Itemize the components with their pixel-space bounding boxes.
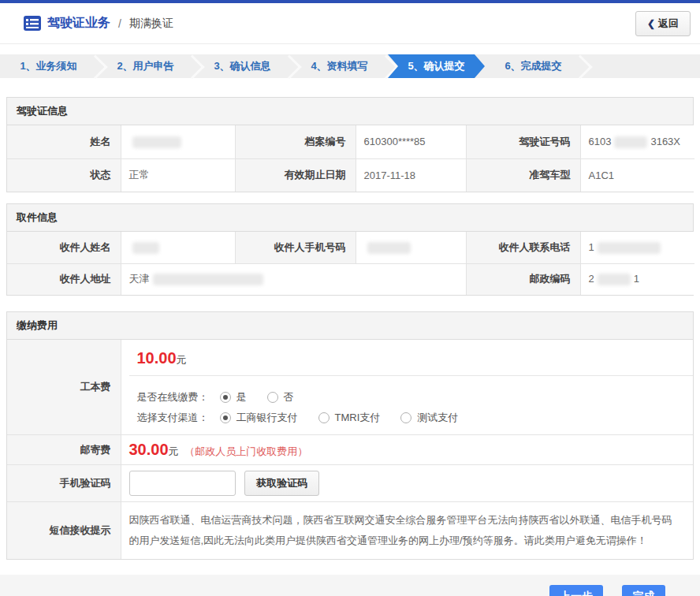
table-row: 姓名 档案编号 610300****85 驾驶证号码 61033163X <box>7 125 694 158</box>
redacted-text <box>598 242 661 254</box>
online-pay-label: 是否在线缴费： <box>137 390 209 404</box>
sms-code-input[interactable] <box>129 471 236 496</box>
sms-notice-text: 因陕西省联通、电信运营商技术问题，陕西省互联网交通安全综合服务管理平台无法向持陕… <box>121 502 693 560</box>
step-3-confirm-info[interactable]: 3、确认信息 <box>194 54 291 78</box>
step-1-business-notice[interactable]: 1、业务须知 <box>0 54 97 78</box>
online-pay-no-radio[interactable]: 否 <box>267 390 294 404</box>
channel-label: 选择支付渠道： <box>137 411 209 425</box>
fees-table: 工本费 10.00元 是否在线缴费： 是 否 选择支付渠道： 工商银行支付 <box>7 340 693 559</box>
back-button-label: 返回 <box>658 17 679 29</box>
back-button[interactable]: ❮返回 <box>635 11 691 36</box>
table-row: 状态 正常 有效期止日期 2017-11-18 准驾车型 A1C1 <box>7 158 694 192</box>
vehicle-class-value: A1C1 <box>580 158 694 192</box>
channel-tmri-radio[interactable]: TMRI支付 <box>318 411 381 425</box>
previous-step-button[interactable]: 上一步 <box>549 585 603 596</box>
channel-icbc-radio[interactable]: 工商银行支付 <box>220 411 298 425</box>
fees-section: 缴纳费用 工本费 10.00元 是否在线缴费： 是 否 <box>6 311 694 560</box>
card-fee-label: 工本费 <box>7 340 121 435</box>
fees-section-title: 缴纳费用 <box>7 312 693 340</box>
status-value: 正常 <box>121 158 235 192</box>
step-2-user-declaration[interactable]: 2、用户申告 <box>97 54 194 78</box>
valid-until-label: 有效期止日期 <box>235 158 356 192</box>
online-pay-yes-radio[interactable]: 是 <box>220 390 247 404</box>
license-no-value: 61033163X <box>580 125 694 158</box>
file-no-value: 610300****85 <box>356 125 466 158</box>
postage-note: （邮政人员上门收取费用） <box>184 445 307 457</box>
step-bar-filler <box>582 54 700 78</box>
recipient-address-value: 天津 <box>121 263 466 295</box>
postage-unit: 元 <box>169 445 179 457</box>
table-row: 收件人地址 天津 邮政编码 21 <box>7 263 694 295</box>
postage-row: 邮寄费 30.00元 （邮政人员上门收取费用） <box>7 435 693 465</box>
card-fee-amount-line: 10.00元 <box>129 340 694 375</box>
card-fee-unit: 元 <box>177 354 187 366</box>
pickup-info-section: 取件信息 收件人姓名 收件人手机号码 收件人联系电话 1 收件人地址 天津 邮政… <box>6 203 694 296</box>
postage-value: 30.00元 （邮政人员上门收取费用） <box>121 435 693 465</box>
redacted-text <box>153 274 263 285</box>
pickup-info-table: 收件人姓名 收件人手机号码 收件人联系电话 1 收件人地址 天津 邮政编码 21 <box>7 232 694 295</box>
get-code-button[interactable]: 获取验证码 <box>244 471 319 496</box>
channel-line: 选择支付渠道： 工商银行支付 TMRI支付 测试支付 <box>137 411 686 425</box>
recipient-name-label: 收件人姓名 <box>7 232 121 263</box>
radio-selected-icon[interactable] <box>220 392 231 403</box>
recipient-phone-value: 1 <box>580 232 694 263</box>
status-label: 状态 <box>7 158 121 192</box>
recipient-phone-label: 收件人联系电话 <box>466 232 580 263</box>
sms-code-value: 获取验证码 <box>121 465 693 502</box>
postage-amount: 30.00 <box>129 441 169 458</box>
recipient-mobile-label: 收件人手机号码 <box>235 232 356 263</box>
redacted-text <box>132 242 159 254</box>
breadcrumb: 驾驶证业务 / 期满换证 <box>24 15 173 32</box>
card-fee-value: 10.00元 是否在线缴费： 是 否 选择支付渠道： 工商银行支付 TMRI支付 <box>121 340 693 435</box>
breadcrumb-separator: / <box>118 17 121 30</box>
file-no-label: 档案编号 <box>235 125 356 158</box>
channel-test-radio[interactable]: 测试支付 <box>400 411 458 425</box>
vehicle-class-label: 准驾车型 <box>466 158 580 192</box>
page-title: 驾驶证业务 <box>47 15 110 32</box>
license-section-title: 驾驶证信息 <box>7 98 693 125</box>
radio-unselected-icon[interactable] <box>400 412 411 423</box>
valid-until-value: 2017-11-18 <box>356 158 466 192</box>
redacted-text <box>614 136 647 148</box>
sms-code-row: 手机验证码 获取验证码 <box>7 465 693 502</box>
name-label: 姓名 <box>7 125 121 158</box>
chevron-left-icon: ❮ <box>647 18 655 29</box>
postal-code-label: 邮政编码 <box>466 263 580 295</box>
table-row: 收件人姓名 收件人手机号码 收件人联系电话 1 <box>7 232 694 263</box>
list-icon <box>24 16 41 31</box>
footer-action-bar: 上一步 完成 <box>0 575 700 596</box>
sms-code-label: 手机验证码 <box>7 465 121 502</box>
redacted-text <box>367 242 411 254</box>
sms-notice-row: 短信接收提示 因陕西省联通、电信运营商技术问题，陕西省互联网交通安全综合服务管理… <box>7 502 693 560</box>
recipient-name-value <box>121 232 235 263</box>
pickup-section-title: 取件信息 <box>7 204 693 232</box>
license-info-table: 姓名 档案编号 610300****85 驾驶证号码 61033163X 状态 … <box>7 125 694 192</box>
radio-selected-icon[interactable] <box>220 412 231 423</box>
step-5-confirm-submit[interactable]: 5、确认提交 <box>388 54 485 78</box>
card-fee-amount: 10.00 <box>137 349 177 367</box>
online-pay-line: 是否在线缴费： 是 否 <box>137 390 686 404</box>
recipient-address-label: 收件人地址 <box>7 263 121 295</box>
radio-unselected-icon[interactable] <box>318 412 330 423</box>
step-4-fill-data[interactable]: 4、资料填写 <box>291 54 388 78</box>
page-header: 驾驶证业务 / 期满换证 ❮返回 <box>0 3 700 44</box>
page-subtitle: 期满换证 <box>129 17 173 31</box>
recipient-mobile-value <box>356 232 466 263</box>
license-no-label: 驾驶证号码 <box>466 125 580 158</box>
card-fee-row: 工本费 10.00元 是否在线缴费： 是 否 选择支付渠道： 工商银行支付 <box>7 340 693 435</box>
postage-label: 邮寄费 <box>7 435 121 465</box>
postal-code-value: 21 <box>580 263 694 295</box>
page: 驾驶证业务 / 期满换证 ❮返回 1、业务须知 2、用户申告 3、确认信息 4、… <box>0 0 700 596</box>
redacted-text <box>132 136 181 148</box>
step-6-complete-submit[interactable]: 6、完成提交 <box>485 54 582 78</box>
payment-options: 是否在线缴费： 是 否 选择支付渠道： 工商银行支付 TMRI支付 测试支付 <box>129 375 694 434</box>
name-value <box>121 125 235 158</box>
step-breadcrumb: 1、业务须知 2、用户申告 3、确认信息 4、资料填写 5、确认提交 6、完成提… <box>0 54 700 78</box>
sms-notice-label: 短信接收提示 <box>7 502 121 560</box>
finish-button[interactable]: 完成 <box>622 585 665 596</box>
redacted-text <box>598 274 631 285</box>
radio-unselected-icon[interactable] <box>267 392 278 403</box>
license-info-section: 驾驶证信息 姓名 档案编号 610300****85 驾驶证号码 6103316… <box>6 97 694 192</box>
